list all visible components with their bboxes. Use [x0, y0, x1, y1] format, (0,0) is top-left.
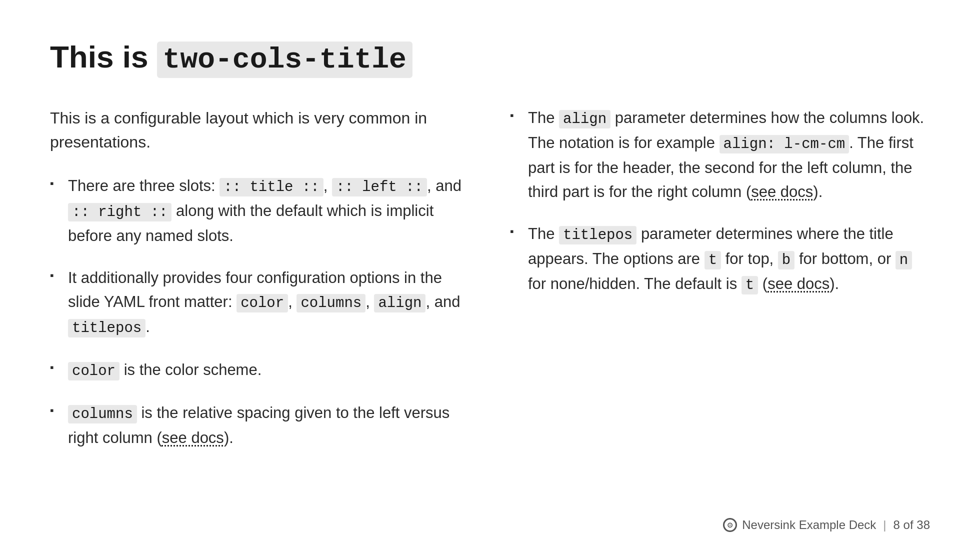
slide-title: This is two-cols-title [50, 40, 930, 76]
list-item: It additionally provides four configurat… [50, 266, 470, 340]
slide-container: This is two-cols-title This is a configu… [0, 0, 980, 552]
list-item: color is the color scheme. [50, 358, 470, 383]
intro-text: This is a configurable layout which is v… [50, 106, 470, 154]
code-columns: columns [296, 294, 366, 312]
code-align-example: align: l-cm-cm [720, 135, 850, 154]
right-bullet-list: The align parameter determines how the c… [510, 106, 930, 297]
two-cols-layout: This is a configurable layout which is v… [50, 106, 930, 468]
code-left-slot: :: left :: [332, 178, 427, 196]
footer-logo-icon: ⊙ [723, 518, 737, 532]
left-column: This is a configurable layout which is v… [50, 106, 470, 468]
code-titlepos-param: titlepos [559, 226, 636, 244]
footer-brand: Neversink Example Deck [742, 518, 876, 532]
footer-page: 8 of 38 [894, 518, 930, 532]
code-right-slot: :: right :: [68, 203, 172, 222]
code-align: align [374, 294, 426, 312]
list-item: There are three slots: :: title ::, :: l… [50, 174, 470, 248]
code-columns-inline: columns [68, 405, 137, 424]
right-column: The align parameter determines how the c… [510, 106, 930, 468]
code-n-option: n [896, 251, 912, 270]
code-titlepos: titlepos [68, 319, 146, 338]
list-item: The align parameter determines how the c… [510, 106, 930, 204]
code-t-default: t [742, 276, 758, 294]
see-docs-titlepos-link[interactable]: see docs [768, 275, 830, 292]
list-item: columns is the relative spacing given to… [50, 401, 470, 450]
title-code: two-cols-title [157, 42, 412, 78]
footer-divider: | [883, 518, 886, 532]
left-bullet-list: There are three slots: :: title ::, :: l… [50, 174, 470, 450]
footer: ⊙ Neversink Example Deck | 8 of 38 [723, 518, 930, 532]
code-align-param: align [559, 110, 610, 128]
code-color: color [236, 294, 288, 312]
code-title-slot: :: title :: [220, 178, 323, 196]
see-docs-columns-link[interactable]: see docs [162, 429, 224, 446]
title-prefix: This is [50, 40, 157, 74]
see-docs-align-link[interactable]: see docs [751, 183, 813, 200]
list-item: The titlepos parameter determines where … [510, 222, 930, 297]
code-t-option: t [704, 251, 721, 270]
code-b-option: b [778, 251, 794, 270]
code-color-inline: color [68, 362, 120, 380]
